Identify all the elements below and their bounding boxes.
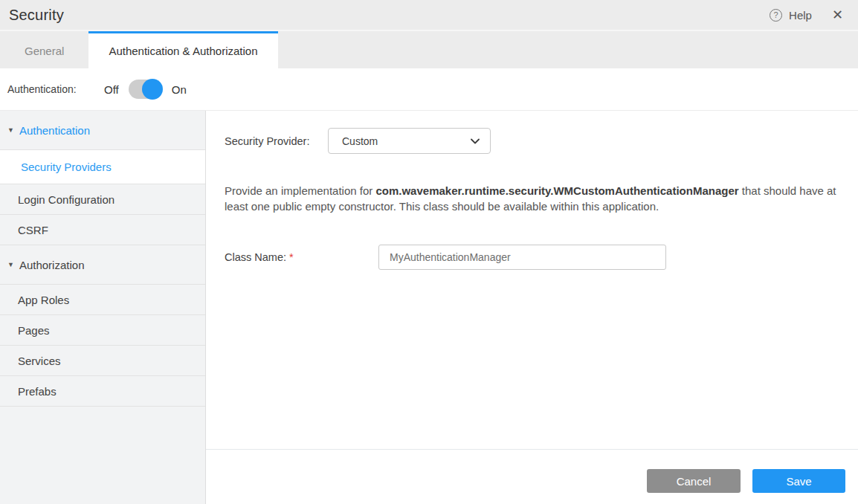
chevron-down-icon (471, 138, 480, 144)
required-asterisk: * (289, 251, 294, 263)
sidebar-item-prefabs[interactable]: Prefabs (0, 376, 205, 407)
footer-divider (206, 449, 858, 450)
sidebar-item-pages[interactable]: Pages (0, 315, 205, 346)
security-provider-select[interactable]: Custom (328, 128, 491, 154)
class-name-input[interactable] (378, 245, 666, 270)
triangle-down-icon: ▼ (7, 126, 14, 134)
sidebar-nav: ▼ Authentication Security Providers Logi… (0, 111, 206, 504)
titlebar: Security ? Help ✕ (0, 0, 858, 31)
footer-actions: Cancel Save (647, 469, 845, 493)
sidebar-item-login-configuration[interactable]: Login Configuration (0, 184, 205, 215)
authentication-toggle-label: Authentication: (7, 83, 104, 95)
security-provider-row: Security Provider: Custom (225, 128, 845, 154)
provider-description: Provide an implementation for com.wavema… (225, 183, 845, 214)
switch-knob (142, 79, 163, 100)
main-panel: Security Provider: Custom Provide an imp… (206, 111, 858, 504)
sidebar-item-csrf[interactable]: CSRF (0, 215, 205, 245)
authentication-toggle-row: Authentication: Off On (0, 68, 858, 110)
class-name-row: Class Name:* (225, 245, 845, 270)
description-classname: com.wavemaker.runtime.security.WMCustomA… (375, 184, 738, 197)
class-name-label: Class Name:* (225, 251, 378, 263)
close-icon[interactable]: ✕ (832, 8, 843, 22)
sidebar-item-services[interactable]: Services (0, 346, 205, 376)
toggle-on-label: On (172, 83, 187, 96)
dialog-body: ▼ Authentication Security Providers Logi… (0, 110, 858, 504)
sidebar-section-authorization[interactable]: ▼ Authorization (0, 245, 205, 285)
help-label: Help (789, 9, 812, 22)
triangle-down-icon: ▼ (7, 261, 14, 268)
sidebar-section-authentication[interactable]: ▼ Authentication (0, 111, 205, 150)
security-dialog: Security ? Help ✕ General Authentication… (0, 0, 858, 504)
tab-bar: General Authentication & Authorization (0, 31, 858, 68)
help-icon: ? (770, 9, 782, 22)
save-button[interactable]: Save (752, 469, 845, 493)
security-provider-label: Security Provider: (225, 135, 328, 147)
authentication-switch[interactable] (129, 80, 162, 99)
cancel-button[interactable]: Cancel (647, 469, 741, 493)
titlebar-actions: ? Help ✕ (770, 8, 843, 22)
help-button[interactable]: ? Help (770, 9, 812, 22)
tab-general[interactable]: General (0, 31, 88, 68)
page-title: Security (9, 7, 64, 24)
toggle-off-label: Off (104, 83, 119, 96)
description-text: Provide an implementation for (225, 184, 375, 197)
sidebar-item-security-providers[interactable]: Security Providers (0, 150, 205, 184)
security-provider-value: Custom (342, 135, 471, 147)
tab-authentication-authorization[interactable]: Authentication & Authorization (88, 31, 277, 68)
sidebar-item-app-roles[interactable]: App Roles (0, 285, 205, 315)
